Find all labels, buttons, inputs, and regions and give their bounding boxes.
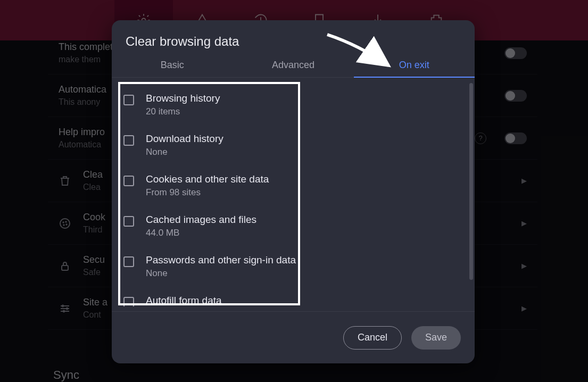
item-label: Browsing history — [146, 93, 220, 104]
list-item: Browsing history20 items — [121, 87, 458, 128]
dialog-tabs: Basic Advanced On exit — [112, 54, 475, 78]
dialog-footer: Cancel Save — [112, 311, 475, 363]
item-label: Cookies and other site data — [146, 173, 269, 185]
tab-advanced[interactable]: Advanced — [233, 60, 353, 77]
cancel-button[interactable]: Cancel — [343, 326, 402, 350]
dialog-title: Clear browsing data — [112, 20, 475, 54]
list-item: Cached images and files44.0 MB — [121, 209, 458, 249]
tab-on-exit[interactable]: On exit — [354, 60, 475, 77]
checkbox-cache[interactable] — [123, 216, 134, 227]
list-item: Passwords and other sign-in dataNone — [121, 249, 458, 289]
checkbox-browsing-history[interactable] — [123, 95, 134, 105]
item-label: Cached images and files — [146, 214, 256, 226]
clear-browsing-data-dialog: Clear browsing data Basic Advanced On ex… — [112, 20, 475, 363]
item-sub: None — [146, 268, 296, 279]
item-label: Passwords and other sign-in data — [146, 254, 296, 266]
list-item: Cookies and other site dataFrom 98 sites — [121, 168, 458, 209]
tab-basic[interactable]: Basic — [112, 60, 233, 77]
clear-data-list: Browsing history20 items Download histor… — [112, 78, 467, 306]
list-item: Autofill form dataNone — [121, 289, 458, 306]
checkbox-passwords[interactable] — [123, 256, 134, 267]
item-sub: None — [146, 147, 223, 157]
save-button: Save — [411, 326, 461, 350]
checkbox-download-history[interactable] — [123, 135, 134, 146]
list-item: Download historyNone — [121, 128, 458, 168]
item-label: Autofill form data — [146, 295, 222, 306]
scrollbar[interactable] — [469, 83, 473, 280]
checkbox-cookies[interactable] — [123, 176, 134, 186]
item-sub: From 98 sites — [146, 187, 269, 198]
checkbox-autofill[interactable] — [123, 297, 134, 306]
item-sub: 44.0 MB — [146, 228, 256, 238]
item-sub: 20 items — [146, 106, 220, 117]
item-label: Download history — [146, 133, 223, 145]
